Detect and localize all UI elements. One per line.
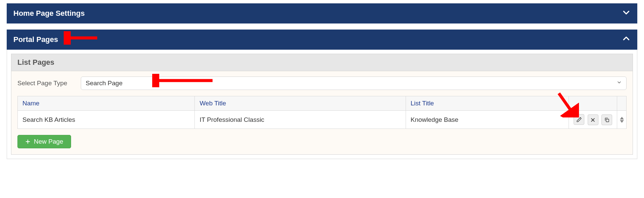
move-up-button[interactable] — [617, 116, 626, 120]
new-page-button[interactable]: New Page — [17, 135, 71, 148]
col-list-title[interactable]: List Title — [406, 96, 569, 111]
move-down-button[interactable] — [617, 120, 626, 123]
table-row: Search KB Articles IT Professional Class… — [18, 111, 627, 129]
panel-header-home-page-settings[interactable]: Home Page Settings — [7, 3, 637, 23]
col-web-title[interactable]: Web Title — [195, 96, 406, 111]
panel-title: Portal Pages — [13, 35, 58, 44]
select-page-type[interactable]: Search Page — [81, 77, 627, 90]
table-header-row: Name Web Title List Title — [18, 96, 627, 111]
plus-icon — [25, 139, 31, 144]
pages-table: Name Web Title List Title Search KB Arti… — [17, 96, 627, 129]
svg-marker-8 — [620, 120, 624, 123]
col-name[interactable]: Name — [18, 96, 195, 111]
chevron-down-icon — [622, 8, 631, 19]
select-page-type-label: Select Page Type — [17, 80, 67, 87]
close-icon — [590, 117, 595, 122]
delete-button[interactable] — [588, 114, 598, 125]
col-sort — [617, 96, 627, 111]
select-page-type-wrap: Search Page — [81, 77, 627, 90]
cell-name: Search KB Articles — [18, 111, 195, 129]
panel-body-portal-pages: List Pages Select Page Type Search Page — [7, 50, 637, 159]
cell-sort — [617, 111, 627, 129]
cell-web-title: IT Professional Classic — [195, 111, 406, 129]
copy-button[interactable] — [601, 114, 612, 125]
panel-header-portal-pages[interactable]: Portal Pages — [7, 30, 637, 50]
new-page-label: New Page — [34, 138, 63, 145]
panel-home-page-settings: Home Page Settings — [7, 3, 637, 23]
cell-actions — [569, 111, 617, 129]
sub-header-list-pages: List Pages — [11, 54, 633, 71]
copy-icon — [604, 117, 609, 122]
caret-down-icon — [620, 120, 624, 123]
edit-button[interactable] — [574, 114, 584, 125]
pencil-icon — [576, 117, 582, 122]
panel-title: Home Page Settings — [13, 9, 85, 18]
col-actions — [569, 96, 617, 111]
chevron-up-icon — [622, 34, 631, 45]
svg-rect-6 — [606, 119, 609, 122]
list-pages-block: Select Page Type Search Page Name Web — [11, 71, 633, 155]
caret-up-icon — [620, 117, 624, 119]
svg-marker-7 — [620, 117, 624, 119]
panel-portal-pages: Portal Pages List Pages Select Page Type… — [7, 30, 637, 159]
cell-list-title: Knowledge Base — [406, 111, 569, 129]
select-page-type-row: Select Page Type Search Page — [17, 77, 627, 90]
